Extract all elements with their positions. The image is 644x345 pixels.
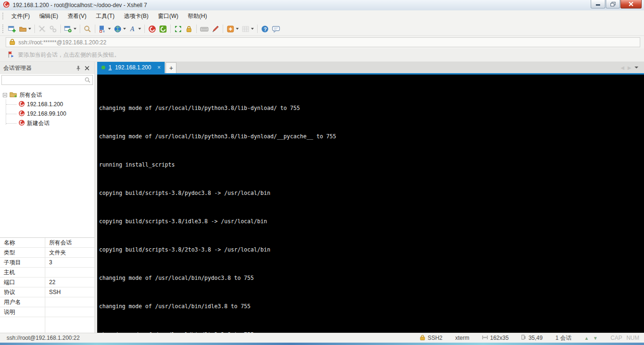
terminal-line: changing mode of /usr/local/lib/python3.…	[99, 133, 644, 140]
collapse-icon[interactable]	[3, 93, 7, 97]
session-manager-panel: 会话管理器 所有会话	[0, 62, 95, 333]
font-icon[interactable]: A	[127, 23, 142, 34]
pin-icon[interactable]	[74, 64, 83, 72]
new-session-icon[interactable]	[7, 23, 17, 34]
new-tab-button[interactable]: +	[166, 62, 176, 73]
menu-item[interactable]: 选项卡(B)	[119, 11, 153, 22]
tab-index: 1	[109, 64, 112, 71]
status-bar: ssh://root@192.168.1.200:22 SSH2 xterm 1…	[0, 333, 644, 343]
property-value	[45, 307, 94, 317]
new-file-icon[interactable]	[225, 23, 240, 34]
terminal-output[interactable]: changing mode of /usr/local/lib/python3.…	[97, 75, 644, 333]
session-properties-icon[interactable]	[63, 23, 78, 34]
encryption-lock-icon	[420, 335, 425, 342]
toolbar: A ?	[0, 22, 644, 36]
info-bar: 要添加当前会话，点击左侧的箭头按钮。	[0, 49, 644, 62]
property-row: 主机	[0, 268, 94, 278]
terminal-line: copying build/scripts-3.8/2to3-3.8 -> /u…	[99, 246, 644, 253]
property-row: 端口 22	[0, 278, 94, 287]
xftp-icon[interactable]	[158, 23, 168, 34]
property-row: 协议 SSH	[0, 287, 94, 297]
tree-root-all-sessions[interactable]: 所有会话	[0, 90, 94, 100]
search-icon[interactable]	[84, 77, 91, 84]
grid-view-icon[interactable]	[240, 23, 255, 34]
restore-button[interactable]	[606, 0, 620, 8]
menu-item[interactable]: 工具(T)	[91, 11, 119, 22]
connected-dot-icon	[101, 66, 105, 69]
tab-layout-icon[interactable]	[97, 23, 112, 34]
tab-list-dropdown-icon[interactable]	[635, 67, 638, 68]
window-edge	[0, 343, 644, 345]
tab-close-icon[interactable]: ×	[157, 64, 160, 71]
session-tree-item[interactable]: 新建会话	[0, 118, 94, 128]
open-url-icon[interactable]	[112, 23, 127, 34]
terminal-size-icon	[482, 335, 488, 341]
session-manager-header: 会话管理器	[0, 62, 94, 74]
tree-root-label: 所有会话	[19, 91, 42, 99]
compose-pen-icon[interactable]	[210, 23, 221, 34]
scroll-down-icon[interactable]: ▼	[593, 336, 598, 341]
menu-item[interactable]: 文件(F)	[7, 11, 34, 22]
session-tree-item[interactable]: 192.168.1.200	[0, 100, 94, 109]
session-label: 新建会话	[27, 119, 50, 127]
lock-screen-icon[interactable]	[184, 23, 194, 34]
help-icon[interactable]: ?	[259, 23, 270, 34]
session-icon	[18, 101, 25, 109]
cursor-position-icon	[521, 335, 526, 341]
session-tree-item[interactable]: 192.168.99.100	[0, 109, 94, 118]
toolbar-grip[interactable]	[2, 24, 4, 34]
find-icon[interactable]	[82, 23, 93, 34]
status-session-count: 1 会话	[555, 334, 571, 342]
window-title: 192.168.1.200 - root@localhost:~/odoo-de…	[13, 2, 147, 8]
reconnect-icon[interactable]	[37, 23, 48, 34]
fullscreen-icon[interactable]	[173, 23, 184, 34]
menu-item[interactable]: 帮助(H)	[183, 11, 212, 22]
property-value: 22	[45, 278, 94, 287]
close-panel-icon[interactable]	[83, 64, 91, 72]
tab-session[interactable]: 1 192.168.1.200 ×	[97, 62, 165, 73]
property-value	[45, 297, 94, 307]
property-label: 名称	[0, 239, 45, 247]
property-value	[45, 268, 94, 277]
property-row: 用户名	[0, 297, 94, 307]
tab-scroll-left-icon[interactable]: ◀	[621, 65, 625, 70]
menu-item[interactable]: 查看(V)	[63, 11, 91, 22]
session-properties-table: 名称 所有会话 类型 文件夹 子项目 3 主机	[0, 237, 94, 333]
menu-item[interactable]: 编辑(E)	[34, 11, 63, 22]
menu-grip[interactable]	[2, 12, 4, 21]
property-label: 协议	[0, 288, 45, 296]
xshell-icon[interactable]	[147, 23, 158, 34]
scroll-up-icon[interactable]: ▲	[584, 336, 589, 341]
property-value: 所有会话	[45, 238, 94, 247]
tab-scroll-right-icon[interactable]: ▶	[627, 65, 631, 70]
open-session-icon[interactable]	[17, 23, 33, 34]
disconnect-icon[interactable]	[48, 23, 59, 34]
property-value: 3	[45, 258, 94, 267]
status-terminal-size: 162x35	[490, 335, 509, 341]
property-label: 说明	[0, 308, 45, 316]
address-field[interactable]: ssh://root:******@192.168.1.200:22	[6, 37, 640, 47]
status-protocol: SSH2	[427, 335, 442, 341]
property-label: 主机	[0, 269, 45, 277]
title-bar: 192.168.1.200 - root@localhost:~/odoo-de…	[0, 0, 644, 10]
terminal-line: running install_scripts	[99, 161, 644, 168]
property-label: 用户名	[0, 298, 45, 306]
status-num-lock: NUM	[627, 335, 639, 341]
menu-item[interactable]: 窗口(W)	[153, 11, 183, 22]
close-button[interactable]	[620, 0, 642, 8]
info-bar-text: 要添加当前会话，点击左侧的箭头按钮。	[18, 51, 120, 59]
terminal-line: copying build/scripts-3.8/pydoc3.8 -> /u…	[99, 190, 644, 197]
session-search-input[interactable]	[1, 75, 93, 85]
terminal-line: changing mode of /usr/local/lib/python3.…	[99, 105, 644, 112]
session-flag-icon	[8, 51, 14, 59]
session-icon	[18, 119, 25, 127]
virtual-keyboard-icon[interactable]	[199, 23, 210, 34]
minimize-button[interactable]	[591, 0, 605, 8]
xshell-logo-icon	[3, 1, 10, 9]
session-icon	[18, 110, 25, 118]
feedback-icon[interactable]	[270, 23, 282, 34]
tab-label: 192.168.1.200	[115, 64, 151, 71]
session-manager-title: 会话管理器	[3, 64, 32, 72]
status-caps-lock: CAP	[611, 335, 622, 341]
terminal-line: changing mode of /usr/local/bin/idle3.8 …	[99, 303, 644, 310]
